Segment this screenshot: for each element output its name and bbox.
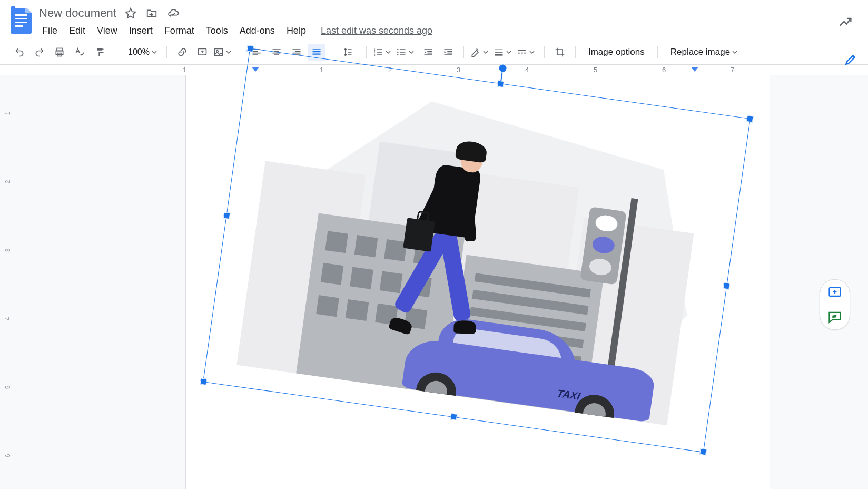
ruler-number: 7 [731,66,734,74]
svg-point-12 [397,54,399,56]
decrease-indent-button[interactable] [419,44,437,61]
ruler-number: 1 [4,112,12,115]
star-outline-icon[interactable] [125,7,136,19]
ruler-number: 4 [525,66,529,74]
illustration-content: TAXI [227,73,726,428]
ruler-number: 5 [4,386,12,389]
ruler-number: 4 [4,317,12,321]
last-edit-link[interactable]: Last edit was seconds ago [321,25,432,36]
numbered-list-button[interactable]: 123 [373,44,394,61]
menu-edit[interactable]: Edit [64,23,91,38]
docs-home-icon[interactable] [5,4,37,36]
selected-image[interactable]: TAXI [203,48,751,452]
toolbar: 100% 123 Image options Replace image [0,40,868,65]
businessman-illustration [373,135,537,344]
replace-image-label: Replace image [670,47,730,57]
add-comment-button[interactable] [193,44,211,61]
svg-marker-0 [126,8,135,18]
vertical-ruler[interactable]: 1 2 3 4 5 6 [0,75,22,489]
border-color-button[interactable] [470,44,491,61]
move-to-folder-icon[interactable] [146,7,157,19]
menu-view[interactable]: View [92,23,123,38]
menu-tools[interactable]: Tools [201,23,233,38]
activity-icon[interactable] [839,15,853,30]
undo-button[interactable] [11,44,28,61]
menu-help[interactable]: Help [281,23,311,38]
line-spacing-button[interactable] [339,44,360,61]
suggest-edits-icon[interactable] [827,309,842,324]
image-selection-box[interactable]: TAXI [203,48,751,452]
resize-handle-top[interactable] [497,80,505,87]
app-header: New document File Edit View Ins [0,0,868,40]
resize-handle-left[interactable] [223,212,231,220]
menu-file[interactable]: File [37,23,63,38]
caret-down-icon [152,50,157,55]
image-options-button[interactable]: Image options [582,44,651,61]
caret-down-icon [506,50,511,55]
resize-handle-right[interactable] [723,282,730,290]
resize-handle-bottom[interactable] [450,413,458,420]
ruler-number: 6 [662,66,666,74]
menu-addons[interactable]: Add-ons [234,23,280,38]
print-button[interactable] [51,44,68,61]
ruler-number: 1 [183,66,186,74]
cloud-done-icon[interactable] [167,7,180,19]
resize-handle-top-right[interactable] [746,115,754,123]
insert-link-button[interactable] [173,44,191,61]
caret-down-icon [409,50,414,55]
border-weight-button[interactable] [494,44,515,61]
menu-bar: File Edit View Insert Format Tools Add-o… [37,21,861,38]
add-comment-icon[interactable] [827,285,842,300]
insert-image-button[interactable] [213,44,234,61]
bulleted-list-button[interactable] [396,44,417,61]
redo-button[interactable] [31,44,48,61]
zoom-value: 100% [128,47,150,56]
google-docs-app: New document File Edit View Ins [0,0,868,489]
ruler-number: 3 [4,249,12,252]
svg-point-11 [397,52,399,53]
ruler-number: 5 [594,66,597,74]
ruler-number: 2 [4,180,12,184]
crop-image-button[interactable] [551,44,569,61]
svg-rect-5 [214,48,222,55]
svg-point-10 [397,49,399,51]
replace-image-button[interactable]: Replace image [664,44,744,61]
right-indent-marker[interactable] [691,67,698,72]
resize-handle-bottom-right[interactable] [699,448,707,456]
zoom-select[interactable]: 100% [122,47,160,57]
comment-tools-pill [820,279,850,330]
border-dash-button[interactable] [517,44,538,61]
caret-down-icon [529,50,535,55]
increase-indent-button[interactable] [439,44,457,61]
caret-down-icon [386,50,391,55]
resize-handle-top-left[interactable] [246,45,254,53]
menu-insert[interactable]: Insert [124,23,158,38]
spellcheck-button[interactable] [71,44,88,61]
menu-format[interactable]: Format [159,23,200,38]
caret-down-icon [483,50,488,55]
caret-down-icon [226,50,231,55]
ruler-number: 6 [4,454,12,458]
document-title[interactable]: New document [37,5,119,21]
resize-handle-bottom-left[interactable] [200,378,207,385]
paint-format-button[interactable] [91,44,108,61]
caret-down-icon [732,50,737,55]
ruler-number: 3 [457,66,460,74]
svg-text:3: 3 [374,53,376,56]
